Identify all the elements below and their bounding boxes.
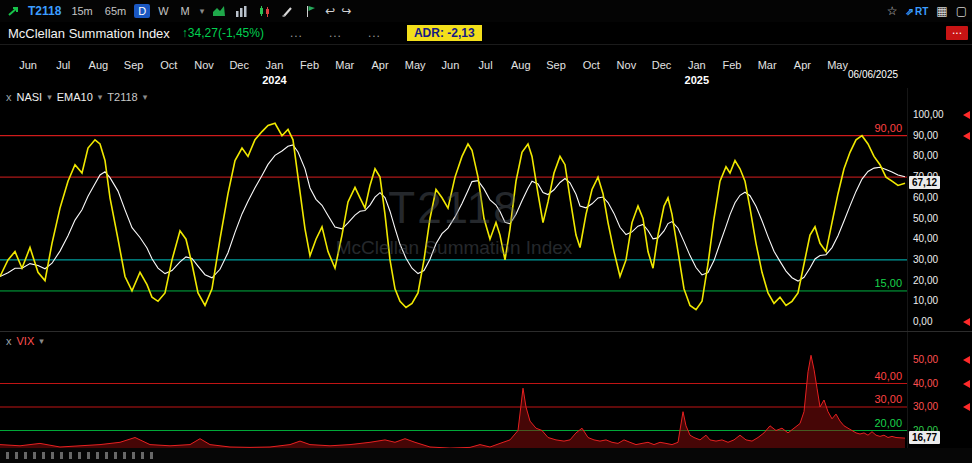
main-chart-panel: T2118 McClellan Summation Index x NASI ▾…	[0, 88, 972, 331]
change-value: 34,27	[188, 26, 218, 40]
legend-vix[interactable]: VIX	[17, 335, 35, 347]
month-label: Jan	[266, 59, 284, 71]
price-axis-label: 50,00	[913, 213, 938, 224]
month-label: Oct	[160, 59, 177, 71]
change-readout: ↑ 34,27 (-1,45%)	[182, 26, 264, 40]
month-label: Sep	[124, 59, 144, 71]
layout-grid-icon[interactable]: ▦	[936, 4, 947, 18]
vix-legend: x VIX ▾	[6, 335, 44, 347]
vix-level-label: 20,00	[874, 417, 902, 429]
month-label: Jan	[688, 59, 706, 71]
price-axis-label: 20,00	[913, 275, 938, 286]
vix-last-value-badge: 16,77	[909, 431, 940, 444]
last-value-badge: 67,12	[909, 176, 940, 189]
month-label: May	[827, 59, 848, 71]
toolbar-right-group: ☆ ⇗ RT ▦ ▢	[887, 4, 967, 18]
rt-label: RT	[915, 6, 928, 17]
price-axis-label: 40,00	[913, 233, 938, 244]
month-label: Nov	[617, 59, 637, 71]
last-date-label: 06/06/2025	[848, 69, 898, 80]
price-axis-label: 100,00	[913, 109, 944, 120]
vix-level-label: 40,00	[874, 370, 902, 382]
vix-price-axis[interactable]: 50,0040,0030,0020,0016,77	[907, 332, 972, 449]
price-marker-icon	[963, 318, 970, 326]
adr-chip[interactable]: ADR: -2,13	[407, 25, 482, 41]
area-chart-icon[interactable]	[210, 4, 227, 19]
month-label: Nov	[194, 59, 214, 71]
vix-dropdown-icon[interactable]: ▾	[39, 336, 44, 346]
candlestick-icon[interactable]	[256, 4, 273, 19]
month-label: Jun	[19, 59, 37, 71]
year-label: 2024	[262, 74, 286, 86]
window-icon[interactable]: ▢	[956, 4, 967, 18]
month-label: Feb	[300, 59, 319, 71]
ema10-dropdown-icon[interactable]: ▾	[98, 92, 103, 102]
month-label: May	[405, 59, 426, 71]
price-marker-icon	[963, 111, 970, 119]
collapsed-indicator-2[interactable]: ...	[329, 26, 342, 40]
realtime-indicator[interactable]: ⇗ RT	[906, 6, 929, 17]
main-chart-canvas[interactable]	[0, 88, 908, 331]
vix-legend-close-icon[interactable]: x	[6, 335, 12, 347]
price-axis-label: 0,00	[913, 316, 932, 327]
month-label: Jun	[442, 59, 460, 71]
month-label: Dec	[229, 59, 249, 71]
month-label: Mar	[758, 59, 777, 71]
price-axis-label: 60,00	[913, 192, 938, 203]
month-label: Apr	[371, 59, 388, 71]
main-legend: x NASI ▾ EMA10 ▾ T2118 ▾	[6, 91, 147, 103]
timeframe-15m[interactable]: 15m	[67, 4, 96, 18]
vix-panel: x VIX ▾ 50,0040,0030,0020,0016,77 40,003…	[0, 331, 972, 449]
legend-ema10[interactable]: EMA10	[57, 91, 93, 103]
timeframe-dropdown-icon[interactable]: ▾	[200, 6, 205, 16]
clipped-bottom-content	[6, 452, 156, 459]
price-axis-label: 90,00	[913, 130, 938, 141]
vix-axis-label: 40,00	[913, 378, 938, 389]
timeframe-M[interactable]: M	[177, 4, 194, 18]
vix-level-label: 30,00	[874, 393, 902, 405]
flag-icon[interactable]	[302, 4, 319, 19]
legend-t2118[interactable]: T2118	[107, 91, 137, 103]
adr-label: ADR:	[414, 26, 444, 40]
month-label: Mar	[335, 59, 354, 71]
bottom-bar	[0, 448, 972, 463]
t2118-dropdown-icon[interactable]: ▾	[143, 92, 148, 102]
month-label: Aug	[89, 59, 109, 71]
change-percent: (-1,45%)	[218, 26, 264, 40]
timeframe-65m[interactable]: 65m	[101, 4, 130, 18]
legend-close-icon[interactable]: x	[6, 91, 12, 103]
app-icon[interactable]	[5, 4, 22, 19]
month-label: Feb	[723, 59, 742, 71]
main-price-axis[interactable]: 100,0090,0080,0070,0060,0050,0040,0030,0…	[907, 88, 972, 331]
top-toolbar: T2118 15m65mDWM ▾ ↩ ↪ ☆ ⇗ RT ▦ ▢	[0, 0, 972, 23]
level-label: 90,00	[874, 122, 902, 134]
level-label: 15,00	[874, 277, 902, 289]
timeframe-D[interactable]: D	[134, 4, 150, 18]
pencil-icon[interactable]	[279, 4, 296, 19]
nasi-dropdown-icon[interactable]: ▾	[47, 92, 52, 102]
chart-title-bar: McClellan Summation Index ↑ 34,27 (-1,45…	[0, 22, 972, 44]
month-label: Aug	[511, 59, 531, 71]
vix-price-marker-icon	[963, 380, 970, 388]
month-label: Apr	[794, 59, 811, 71]
rt-arrow-icon: ⇗	[906, 6, 914, 17]
collapsed-indicator-1[interactable]: ...	[290, 26, 303, 40]
undo-icon[interactable]: ↩	[325, 4, 335, 18]
legend-nasi[interactable]: NASI	[17, 91, 43, 103]
symbol-label[interactable]: T2118	[28, 4, 61, 18]
month-label: Dec	[652, 59, 672, 71]
price-axis-label: 10,00	[913, 295, 938, 306]
overflow-menu-button[interactable]: ...	[946, 26, 968, 40]
star-icon[interactable]: ☆	[887, 4, 898, 18]
trading-app-window: T2118 15m65mDWM ▾ ↩ ↪ ☆ ⇗ RT ▦ ▢	[0, 0, 972, 463]
bar-chart-icon[interactable]	[233, 4, 250, 19]
vix-price-marker-icon	[963, 403, 970, 411]
collapsed-indicator-3[interactable]: ...	[368, 26, 381, 40]
redo-icon[interactable]: ↪	[341, 4, 351, 18]
adr-value: -2,13	[447, 26, 474, 40]
price-axis-label: 30,00	[913, 254, 938, 265]
month-label: Jul	[479, 59, 493, 71]
time-axis[interactable]: JunJulAugSepOctNovDecJanFebMarAprMayJunJ…	[0, 44, 972, 89]
vix-chart-canvas[interactable]	[0, 332, 908, 449]
timeframe-W[interactable]: W	[154, 4, 172, 18]
